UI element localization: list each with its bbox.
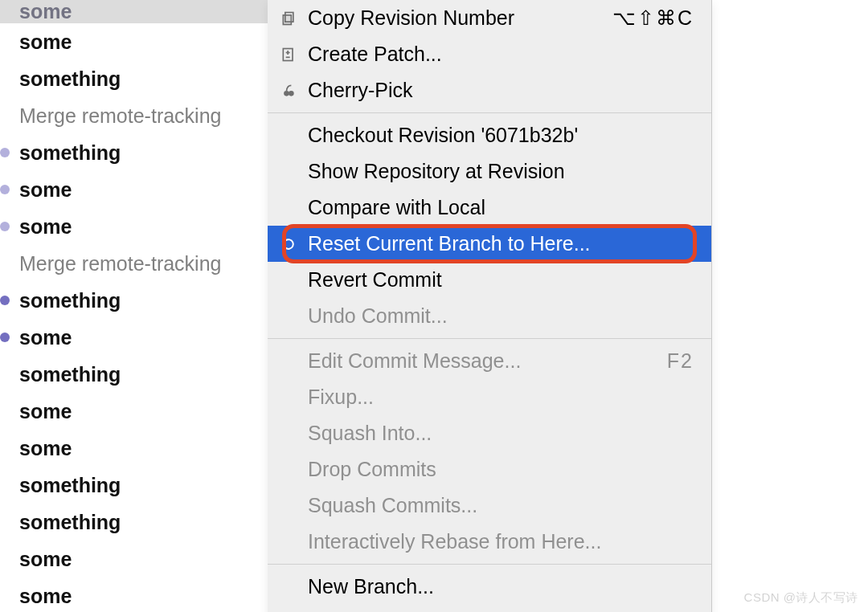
menu-item-label: Checkout Revision '6071b32b' — [308, 124, 578, 147]
menu-item-label: Compare with Local — [308, 196, 485, 219]
copy-icon — [279, 9, 298, 28]
menu-item: Undo Commit... — [268, 298, 711, 334]
menu-item-label: New Branch... — [308, 575, 434, 598]
menu-item-label: Copy Revision Number — [308, 6, 514, 30]
log-row-label: some — [19, 215, 72, 239]
menu-item: Drop Commits — [268, 451, 711, 488]
log-row[interactable]: something — [0, 134, 273, 171]
log-row-label: some — [19, 326, 72, 349]
log-row-label: some — [19, 31, 72, 54]
log-row[interactable]: some — [0, 577, 273, 612]
menu-item-label: Drop Commits — [308, 458, 436, 481]
log-row-label: Merge remote-tracking — [19, 104, 221, 128]
menu-item-label: Cherry-Pick — [308, 79, 413, 102]
graph-node-icon — [0, 333, 10, 342]
menu-item-label: Revert Commit — [308, 268, 442, 292]
menu-separator — [268, 564, 711, 565]
menu-item: Interactively Rebase from Here... — [268, 524, 711, 560]
menu-item[interactable]: Checkout Revision '6071b32b' — [268, 117, 711, 153]
log-row[interactable]: some — [0, 171, 273, 208]
log-row[interactable]: some — [0, 541, 273, 577]
log-row-label: something — [19, 363, 121, 386]
menu-item[interactable]: New Branch... — [268, 569, 711, 605]
log-row-label: something — [19, 511, 121, 534]
menu-item-label: Reset Current Branch to Here... — [308, 232, 591, 255]
log-row[interactable]: some — [0, 430, 273, 467]
svg-point-8 — [289, 91, 294, 96]
graph-node-icon — [0, 222, 10, 231]
svg-point-7 — [284, 91, 289, 96]
cherry-icon — [279, 81, 298, 100]
log-row[interactable]: something — [0, 60, 273, 97]
log-row[interactable]: something — [0, 356, 273, 393]
log-row-label: something — [19, 289, 121, 312]
log-row-label: something — [19, 474, 121, 497]
menu-shortcut: ⌥⇧⌘C — [612, 6, 694, 30]
log-row[interactable]: some — [0, 393, 273, 430]
menu-item: Squash Commits... — [268, 488, 711, 524]
menu-separator — [268, 112, 711, 113]
log-row[interactable]: Merge remote-tracking — [0, 245, 273, 282]
menu-item-label: Squash Into... — [308, 422, 432, 445]
menu-item-label: Interactively Rebase from Here... — [308, 530, 601, 553]
log-header-label: some — [19, 0, 72, 23]
log-row[interactable]: Merge remote-tracking — [0, 97, 273, 134]
log-row-label: something — [19, 141, 121, 165]
menu-item[interactable]: Cherry-Pick — [268, 72, 711, 108]
menu-item[interactable]: Create Patch... — [268, 36, 711, 72]
graph-node-icon — [0, 296, 10, 305]
graph-node-icon — [0, 148, 10, 157]
log-row[interactable]: some — [0, 23, 273, 60]
menu-item-label: Create Patch... — [308, 43, 442, 66]
log-row[interactable]: some — [0, 208, 273, 245]
git-log-panel: some somesomethingMerge remote-trackings… — [0, 0, 273, 612]
log-selected-header[interactable]: some — [0, 0, 273, 23]
menu-shortcut: F2 — [667, 349, 694, 373]
menu-item-label: Edit Commit Message... — [308, 349, 521, 373]
log-row-label: some — [19, 400, 72, 423]
menu-item-label: Undo Commit... — [308, 304, 448, 328]
reset-icon — [279, 235, 298, 254]
menu-item-label: Squash Commits... — [308, 494, 477, 517]
log-row-label: some — [19, 548, 72, 571]
log-row-label: something — [19, 67, 121, 91]
log-row[interactable]: some — [0, 319, 273, 356]
log-row[interactable]: something — [0, 467, 273, 504]
git-log-list: somesomethingMerge remote-trackingsometh… — [0, 23, 273, 612]
menu-item: Edit Commit Message...F2 — [268, 343, 711, 379]
menu-item-label: Show Repository at Revision — [308, 160, 565, 183]
log-row[interactable]: something — [0, 504, 273, 541]
patch-icon — [279, 45, 298, 64]
log-row-label: some — [19, 437, 72, 460]
menu-item[interactable]: Compare with Local — [268, 190, 711, 226]
git-context-menu: Copy Revision Number⌥⇧⌘CCreate Patch...C… — [268, 0, 712, 612]
watermark: CSDN @诗人不写诗 — [744, 590, 858, 606]
menu-item[interactable]: Revert Commit — [268, 262, 711, 298]
menu-item[interactable]: Reset Current Branch to Here... — [268, 226, 711, 262]
log-row-label: some — [19, 178, 72, 202]
menu-item: Fixup... — [268, 379, 711, 415]
menu-item[interactable]: Copy Revision Number⌥⇧⌘C — [268, 0, 711, 36]
menu-separator — [268, 338, 711, 339]
log-row-label: Merge remote-tracking — [19, 252, 221, 275]
svg-rect-1 — [283, 14, 291, 24]
menu-item[interactable]: New Tag... — [268, 605, 711, 612]
graph-node-icon — [0, 185, 10, 194]
log-row[interactable]: something — [0, 282, 273, 319]
menu-item[interactable]: Show Repository at Revision — [268, 153, 711, 190]
menu-item: Squash Into... — [268, 415, 711, 451]
menu-item-label: Fixup... — [308, 386, 374, 409]
log-row-label: some — [19, 585, 72, 608]
